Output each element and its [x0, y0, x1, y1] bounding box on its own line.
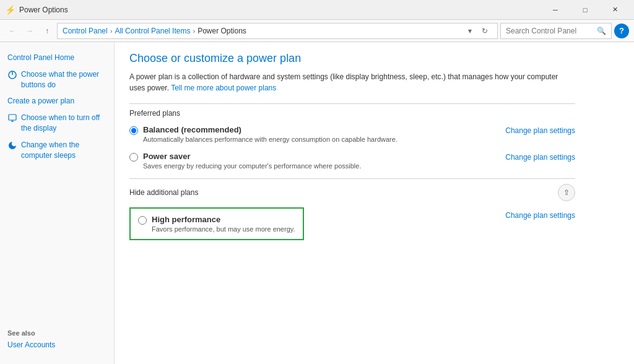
radio-power-saver[interactable]	[129, 153, 138, 162]
minimize-button[interactable]: ─	[541, 2, 570, 17]
breadcrumb-control-panel[interactable]: Control Panel	[63, 27, 108, 35]
address-field[interactable]: Control Panel › All Control Panel Items …	[57, 23, 498, 39]
title-bar-controls: ─ □ ✕	[541, 2, 629, 17]
learn-more-link[interactable]: Tell me more about power plans	[171, 84, 276, 92]
additional-plans-wrapper: High performance Favors performance, but…	[129, 207, 575, 244]
title-bar: ⚡ Power Options ─ □ ✕	[0, 0, 634, 20]
sidebar: Control Panel Home Choose what the power…	[0, 42, 115, 364]
breadcrumb-all-items[interactable]: All Control Panel Items	[115, 27, 190, 35]
highlighted-plan-wrapper: High performance Favors performance, but…	[129, 207, 304, 240]
search-input[interactable]	[506, 27, 594, 35]
search-icon: 🔍	[597, 27, 606, 35]
maximize-button[interactable]: □	[571, 2, 599, 17]
collapse-button[interactable]: ⇧	[558, 184, 575, 201]
description: A power plan is a collection of hardware…	[129, 71, 575, 93]
close-button[interactable]: ✕	[601, 2, 629, 17]
hide-additional-section: Hide additional plans ⇧	[129, 184, 575, 201]
sidebar-item-power-buttons[interactable]: Choose what the power buttons do	[0, 66, 114, 93]
hide-additional-label: Hide additional plans	[129, 188, 198, 197]
address-bar: ← → ↑ Control Panel › All Control Panel …	[0, 20, 634, 42]
plan-desc-balanced: Automatically balances performance with …	[143, 136, 397, 143]
sidebar-bottom: See also User Accounts	[0, 322, 114, 357]
title-bar-left: ⚡ Power Options	[5, 5, 68, 15]
see-also-label: See also	[7, 329, 106, 337]
forward-button[interactable]: →	[22, 24, 37, 38]
breadcrumb-current: Power Options	[198, 27, 246, 35]
search-box[interactable]: 🔍	[500, 23, 612, 39]
breadcrumb-dropdown-button[interactable]: ▾	[462, 24, 477, 38]
back-button[interactable]: ←	[5, 24, 20, 38]
svg-rect-2	[9, 115, 16, 120]
breadcrumb: Control Panel › All Control Panel Items …	[63, 27, 462, 35]
preferred-plans-divider	[129, 103, 575, 104]
plan-name-balanced: Balanced (recommended)	[143, 125, 397, 134]
radio-high-performance[interactable]	[138, 216, 147, 225]
help-button[interactable]: ?	[614, 24, 629, 38]
power-buttons-icon	[7, 70, 17, 80]
window-title: Power Options	[19, 6, 68, 14]
plan-name-power-saver: Power saver	[143, 152, 361, 161]
sidebar-item-create-plan[interactable]: Create a power plan	[0, 93, 114, 110]
plan-item-balanced: Balanced (recommended) Automatically bal…	[129, 125, 575, 143]
sidebar-item-turn-off-display[interactable]: Choose when to turn off the display	[0, 110, 114, 137]
plan-name-high-performance: High performance	[152, 215, 295, 224]
preferred-plans-label: Preferred plans	[129, 109, 619, 118]
app-icon: ⚡	[5, 5, 15, 15]
plan-item-high-performance: High performance Favors performance, but…	[138, 215, 295, 233]
page-title: Choose or customize a power plan	[129, 52, 619, 65]
plan-desc-power-saver: Saves energy by reducing your computer's…	[143, 162, 361, 170]
change-plan-high-performance-link[interactable]: Change plan settings	[505, 210, 575, 220]
refresh-button[interactable]: ↻	[477, 24, 492, 38]
radio-balanced[interactable]	[129, 126, 138, 135]
plan-desc-high-performance: Favors performance, but may use more ene…	[152, 225, 295, 233]
main-area: Control Panel Home Choose what the power…	[0, 42, 634, 364]
sidebar-item-home[interactable]: Control Panel Home	[0, 50, 114, 66]
change-plan-power-saver-link[interactable]: Change plan settings	[505, 152, 575, 162]
sidebar-user-accounts-link[interactable]: User Accounts	[7, 340, 106, 349]
sleep-icon	[7, 141, 17, 150]
up-button[interactable]: ↑	[40, 24, 54, 38]
sidebar-nav: Control Panel Home Choose what the power…	[0, 50, 114, 163]
sidebar-item-sleep[interactable]: Change when the computer sleeps	[0, 137, 114, 164]
content-area: Choose or customize a power plan A power…	[115, 42, 634, 364]
plan-item-power-saver: Power saver Saves energy by reducing you…	[129, 152, 575, 170]
display-icon	[7, 113, 17, 123]
change-plan-balanced-link[interactable]: Change plan settings	[505, 125, 575, 135]
hide-plans-divider	[129, 178, 575, 179]
